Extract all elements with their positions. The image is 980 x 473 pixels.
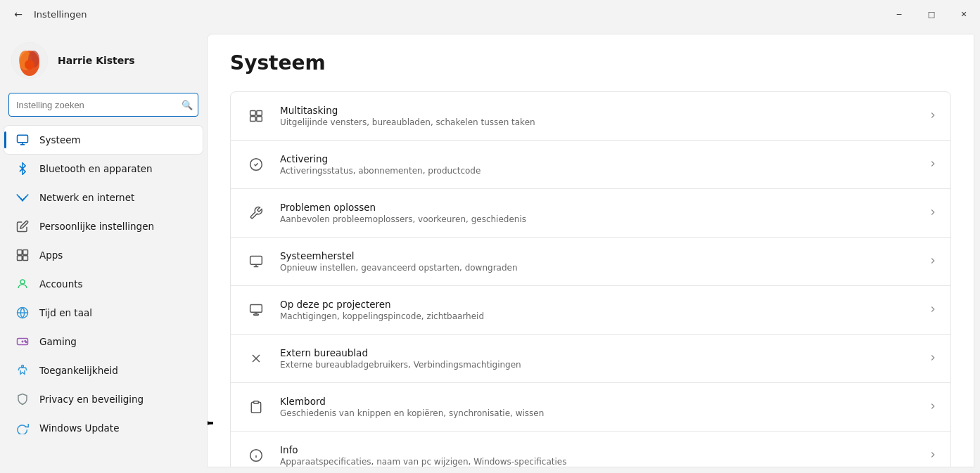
page-title: Systeem bbox=[230, 51, 951, 74]
sidebar-item-label-apps: Apps bbox=[39, 250, 63, 261]
back-icon: ← bbox=[14, 8, 23, 20]
settings-list: MultitaskingUitgelijinde vensters, burea… bbox=[230, 91, 951, 467]
search-icon: 🔍 bbox=[182, 100, 193, 110]
svg-rect-23 bbox=[250, 117, 256, 122]
settings-item-extern[interactable]: Extern bureaubladExterne bureaubladgebru… bbox=[230, 335, 951, 383]
chevron-right-icon bbox=[928, 110, 938, 122]
accounts-nav-icon bbox=[15, 277, 30, 291]
klembord-title: Klembord bbox=[280, 396, 919, 407]
sidebar-item-label-update: Windows Update bbox=[39, 422, 119, 434]
bluetooth-nav-icon bbox=[15, 162, 30, 176]
activering-icon bbox=[243, 152, 269, 177]
back-button[interactable]: ← bbox=[8, 4, 28, 24]
sidebar-item-netwerk[interactable]: Netwerk en internet bbox=[4, 183, 203, 212]
update-nav-icon bbox=[15, 421, 30, 435]
sidebar-item-label-gaming: Gaming bbox=[39, 336, 77, 347]
klembord-icon bbox=[243, 394, 269, 420]
chevron-right-icon bbox=[928, 207, 938, 219]
sidebar-item-update[interactable]: Windows Update bbox=[4, 414, 203, 442]
multitasking-text: MultitaskingUitgelijinde vensters, burea… bbox=[280, 105, 919, 127]
sidebar-item-gaming[interactable]: Gaming bbox=[4, 328, 203, 356]
systeemherstel-icon bbox=[243, 249, 269, 274]
sidebar-item-toegankelijkheid[interactable]: Toegankelijkheid bbox=[4, 356, 203, 384]
sidebar-item-label-bluetooth: Bluetooth en apparaten bbox=[39, 163, 153, 174]
close-button[interactable]: ✕ bbox=[948, 0, 980, 28]
apps-nav-icon bbox=[15, 248, 30, 262]
svg-rect-9 bbox=[23, 250, 28, 255]
svg-rect-22 bbox=[257, 111, 262, 116]
svg-rect-11 bbox=[23, 256, 28, 261]
problemen-icon bbox=[243, 200, 269, 226]
toegankelijkheid-nav-icon bbox=[15, 363, 30, 377]
multitasking-icon bbox=[243, 103, 269, 129]
svg-point-20 bbox=[22, 365, 24, 368]
klembord-desc: Geschiedenis van knippen en kopiëren, sy… bbox=[280, 408, 919, 418]
search-box: 🔍 bbox=[8, 93, 198, 117]
profile-name: Harrie Kisters bbox=[58, 55, 135, 66]
svg-rect-28 bbox=[254, 314, 259, 316]
svg-rect-26 bbox=[250, 257, 262, 265]
minimize-icon: ─ bbox=[897, 10, 902, 19]
chevron-right-icon bbox=[928, 159, 938, 171]
sidebar-item-systeem[interactable]: Systeem bbox=[4, 126, 203, 154]
projecteren-text: Op deze pc projecterenMachtigingen, kopp… bbox=[280, 299, 919, 321]
settings-item-klembord[interactable]: KlembordGeschiedenis van knippen en kopi… bbox=[230, 383, 951, 432]
sidebar-item-accounts[interactable]: Accounts bbox=[4, 270, 203, 298]
settings-item-problemen[interactable]: Problemen oplossenAanbevolen probleemopl… bbox=[230, 189, 951, 238]
info-desc: Apparaatspecificaties, naam van pc wijzi… bbox=[280, 457, 919, 467]
sidebar-item-label-netwerk: Netwerk en internet bbox=[39, 192, 134, 203]
sidebar-item-persoonlijk[interactable]: Persoonlijke instellingen bbox=[4, 212, 203, 240]
sidebar-item-apps[interactable]: Apps bbox=[4, 241, 203, 269]
settings-item-activering[interactable]: ActiveringActiveringsstatus, abonnemente… bbox=[230, 141, 951, 189]
chevron-right-icon bbox=[928, 256, 938, 268]
activering-text: ActiveringActiveringsstatus, abonnemente… bbox=[280, 153, 919, 176]
app-title: Instellingen bbox=[34, 9, 87, 20]
projecteren-desc: Machtigingen, koppelingspincode, zichtba… bbox=[280, 311, 919, 321]
chevron-right-icon bbox=[928, 450, 938, 462]
avatar bbox=[11, 42, 48, 79]
settings-item-info[interactable]: InfoApparaatspecificaties, naam van pc w… bbox=[230, 432, 951, 467]
multitasking-desc: Uitgelijinde vensters, bureaubladen, sch… bbox=[280, 117, 919, 127]
svg-point-4 bbox=[25, 60, 34, 70]
minimize-button[interactable]: ─ bbox=[883, 0, 915, 28]
sidebar-profile[interactable]: Harrie Kisters bbox=[0, 34, 207, 93]
problemen-title: Problemen oplossen bbox=[280, 202, 919, 213]
klembord-text: KlembordGeschiedenis van knippen en kopi… bbox=[280, 396, 919, 418]
nav-list: SysteemBluetooth en apparatenNetwerk en … bbox=[0, 125, 207, 443]
sidebar-item-label-tijd: Tijd en taal bbox=[39, 307, 92, 318]
extern-title: Extern bureaublad bbox=[280, 347, 919, 358]
privacy-nav-icon bbox=[15, 392, 30, 406]
maximize-icon: □ bbox=[928, 10, 935, 19]
chevron-right-icon bbox=[928, 304, 938, 316]
sidebar-item-label-privacy: Privacy en beveiliging bbox=[39, 394, 144, 405]
info-text: InfoApparaatspecificaties, naam van pc w… bbox=[280, 444, 919, 467]
sidebar: Harrie Kisters 🔍 SysteemBluetooth en app… bbox=[0, 28, 207, 473]
settings-item-multitasking[interactable]: MultitaskingUitgelijinde vensters, burea… bbox=[230, 91, 951, 141]
close-icon: ✕ bbox=[960, 10, 967, 19]
systeemherstel-text: SysteemherstelOpnieuw instellen, geavanc… bbox=[280, 250, 919, 273]
app-body: Harrie Kisters 🔍 SysteemBluetooth en app… bbox=[0, 28, 980, 473]
main-content: Systeem MultitaskingUitgelijinde venster… bbox=[207, 34, 974, 467]
tijd-nav-icon bbox=[15, 306, 30, 320]
sidebar-item-label-systeem: Systeem bbox=[39, 134, 81, 145]
sidebar-item-privacy[interactable]: Privacy en beveiliging bbox=[4, 385, 203, 413]
svg-rect-21 bbox=[250, 111, 256, 116]
chevron-right-icon bbox=[928, 353, 938, 365]
chevron-right-icon bbox=[928, 401, 938, 413]
svg-rect-32 bbox=[254, 401, 259, 403]
search-input[interactable] bbox=[8, 93, 198, 117]
gaming-nav-icon bbox=[15, 335, 30, 349]
activering-desc: Activeringsstatus, abonnementen, product… bbox=[280, 166, 919, 176]
sidebar-item-label-accounts: Accounts bbox=[39, 278, 83, 290]
settings-item-projecteren[interactable]: Op deze pc projecterenMachtigingen, kopp… bbox=[230, 286, 951, 335]
maximize-button[interactable]: □ bbox=[915, 0, 948, 28]
settings-item-systeemherstel[interactable]: SysteemherstelOpnieuw instellen, geavanc… bbox=[230, 238, 951, 286]
systeem-nav-icon bbox=[15, 133, 30, 147]
sidebar-item-tijd[interactable]: Tijd en taal bbox=[4, 299, 203, 327]
sidebar-item-label-persoonlijk: Persoonlijke instellingen bbox=[39, 221, 154, 232]
sidebar-item-bluetooth[interactable]: Bluetooth en apparaten bbox=[4, 155, 203, 183]
problemen-text: Problemen oplossenAanbevolen probleemopl… bbox=[280, 202, 919, 224]
svg-rect-27 bbox=[250, 305, 262, 313]
window-controls: ─ □ ✕ bbox=[883, 0, 980, 28]
svg-rect-24 bbox=[257, 117, 262, 122]
